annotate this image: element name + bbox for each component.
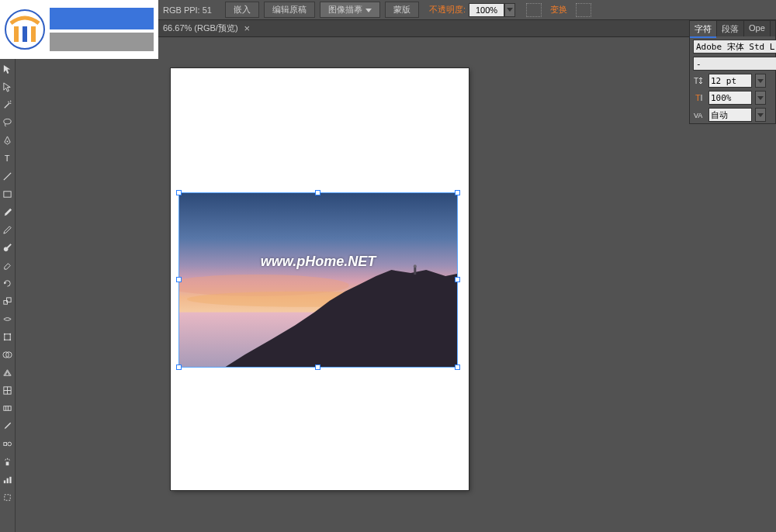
transform-handle[interactable]	[176, 190, 182, 195]
tool-panel: T	[0, 37, 16, 532]
document-tab-title[interactable]: 66.67% (RGB/预览)	[163, 22, 238, 34]
svg-point-14	[9, 333, 11, 334]
kerning-input[interactable]	[708, 108, 752, 122]
svg-rect-12	[5, 333, 10, 339]
mask-button[interactable]: 蒙版	[385, 2, 419, 18]
svg-line-7	[4, 172, 11, 179]
character-panel: 字符 段落 Ope T T VA	[689, 20, 776, 124]
transform-label[interactable]: 变换	[550, 4, 567, 16]
tab-paragraph[interactable]: 段落	[717, 21, 744, 36]
blob-brush-tool[interactable]	[2, 242, 13, 253]
rotate-tool[interactable]	[2, 278, 13, 288]
svg-point-37	[414, 264, 417, 268]
close-icon[interactable]: ×	[244, 22, 251, 34]
transform-handle[interactable]	[455, 364, 460, 370]
logo-icon	[5, 9, 45, 50]
eyedropper-tool[interactable]	[2, 420, 13, 431]
tab-opentype[interactable]: Ope	[744, 21, 771, 36]
blend-tool[interactable]	[2, 438, 13, 449]
width-tool[interactable]	[2, 313, 13, 324]
svg-rect-8	[4, 191, 11, 196]
svg-rect-29	[7, 478, 9, 483]
placed-image[interactable]: www.pHome.NET	[178, 192, 458, 368]
svg-text:VA: VA	[694, 112, 702, 119]
rectangle-tool[interactable]	[2, 188, 13, 199]
svg-rect-27	[6, 461, 9, 465]
gradient-tool[interactable]	[2, 402, 13, 413]
eraser-tool[interactable]	[2, 260, 13, 271]
perspective-grid-tool[interactable]	[2, 367, 13, 378]
font-size-icon: T	[693, 74, 705, 87]
edit-original-button[interactable]: 编辑原稿	[264, 2, 315, 18]
scale-tool[interactable]	[2, 295, 13, 306]
font-family-input[interactable]	[693, 40, 776, 54]
transform-handle[interactable]	[455, 277, 460, 282]
svg-text:T: T	[5, 154, 10, 163]
svg-rect-28	[4, 480, 5, 483]
pen-tool[interactable]	[2, 135, 13, 146]
transform-handle[interactable]	[176, 364, 182, 370]
shape-builder-tool[interactable]	[2, 349, 13, 360]
svg-point-5	[7, 140, 9, 142]
svg-text:T: T	[694, 77, 698, 85]
embed-button[interactable]: 嵌入	[225, 2, 259, 18]
svg-point-4	[4, 119, 11, 124]
svg-rect-36	[414, 267, 416, 275]
vertical-scale-input[interactable]	[708, 91, 752, 105]
opacity-label: 不透明度:	[429, 4, 466, 16]
svg-rect-25	[4, 442, 7, 445]
font-style-input[interactable]	[693, 57, 776, 71]
type-tool[interactable]: T	[2, 153, 13, 164]
logo-bars	[50, 8, 154, 51]
transform-handle[interactable]	[455, 190, 460, 195]
opacity-input[interactable]	[469, 3, 504, 17]
kerning-icon: VA	[693, 109, 705, 121]
font-size-input[interactable]	[708, 74, 752, 88]
line-tool[interactable]	[2, 171, 13, 181]
svg-rect-22	[4, 406, 11, 410]
lasso-tool[interactable]	[2, 117, 13, 128]
doc-info-label: RGB PPI: 51	[163, 5, 212, 15]
kerning-dropdown[interactable]	[755, 108, 766, 122]
opacity-dropdown-button[interactable]	[504, 3, 515, 17]
direct-selection-tool[interactable]	[2, 81, 13, 92]
isolate-icon[interactable]	[576, 3, 591, 17]
transform-handle[interactable]	[315, 364, 320, 370]
svg-point-26	[8, 442, 12, 446]
pencil-tool[interactable]	[2, 224, 13, 235]
svg-text:T: T	[695, 93, 701, 102]
svg-rect-31	[5, 494, 10, 499]
chevron-down-icon	[365, 9, 372, 12]
svg-point-13	[4, 333, 5, 334]
svg-rect-3	[31, 26, 36, 42]
vertical-scale-dropdown[interactable]	[755, 91, 766, 105]
svg-rect-1	[14, 26, 19, 42]
artboard[interactable]: www.pHome.NET	[171, 68, 469, 490]
symbol-sprayer-tool[interactable]	[2, 456, 13, 467]
image-trace-button[interactable]: 图像描摹	[320, 2, 380, 18]
sunset-graphic	[179, 193, 457, 367]
paintbrush-tool[interactable]	[2, 206, 13, 217]
svg-rect-2	[23, 26, 27, 42]
align-icon[interactable]	[526, 3, 542, 17]
artboard-tool[interactable]	[2, 492, 13, 503]
mesh-tool[interactable]	[2, 385, 13, 396]
free-transform-tool[interactable]	[2, 331, 13, 342]
transform-handle[interactable]	[176, 277, 182, 282]
selection-tool[interactable]	[2, 64, 13, 74]
transform-handle[interactable]	[315, 190, 320, 195]
svg-point-15	[4, 339, 5, 340]
font-size-dropdown[interactable]	[755, 74, 766, 88]
overlay-logo-card	[0, 0, 158, 59]
tab-character[interactable]: 字符	[690, 21, 717, 36]
svg-rect-30	[9, 476, 11, 482]
column-graph-tool[interactable]	[2, 474, 13, 485]
svg-point-16	[9, 339, 11, 340]
vertical-scale-icon: T	[693, 92, 705, 104]
magic-wand-tool[interactable]	[2, 99, 13, 110]
